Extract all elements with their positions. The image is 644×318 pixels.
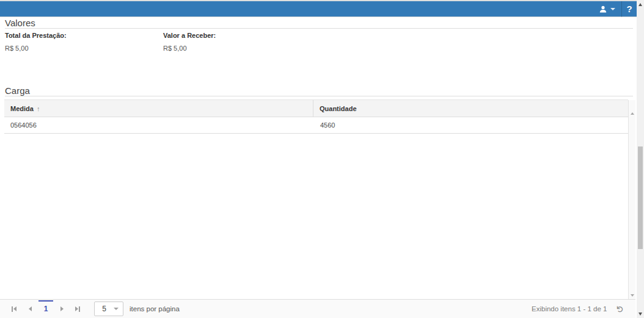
next-page-button[interactable] — [54, 300, 70, 318]
field-label-total-prestacao: Total da Prestação: — [5, 32, 67, 39]
page-size-value: 5 — [95, 305, 114, 313]
cell-quantidade: 4560 — [314, 117, 628, 133]
pager-info: Exibindo itens 1 - 1 de 1 — [532, 305, 607, 313]
scrollbar-thumb[interactable] — [638, 146, 643, 249]
last-page-button[interactable] — [70, 300, 86, 318]
first-page-icon — [12, 306, 13, 312]
current-page-indicator — [38, 300, 53, 302]
scroll-down-icon — [639, 313, 642, 316]
page-size-label: itens por página — [130, 305, 180, 313]
field-value-total-prestacao: R$ 5,00 — [5, 45, 29, 52]
page-size-select[interactable]: 5 — [94, 302, 123, 316]
column-label: Medida — [10, 105, 34, 112]
previous-page-icon — [29, 306, 32, 311]
page: ? Valores Total da Prestação: Valor a Re… — [0, 0, 644, 318]
scroll-up-icon[interactable] — [631, 112, 634, 115]
column-label: Quantidade — [320, 105, 357, 112]
field-value-valor-receber: R$ 5,00 — [163, 45, 187, 52]
help-button[interactable]: ? — [621, 1, 637, 17]
chevron-down-icon — [610, 8, 615, 10]
last-page-icon — [75, 306, 78, 311]
bar-icon — [79, 306, 80, 312]
sort-ascending-icon: ↑ — [37, 105, 40, 112]
refresh-button[interactable]: ↻ — [616, 305, 625, 313]
scroll-up-icon — [639, 3, 642, 6]
cell-medida: 0564056 — [4, 117, 314, 133]
scrollbar-down-button[interactable] — [637, 309, 644, 318]
user-menu-button[interactable] — [593, 1, 621, 17]
triangle-left-icon — [13, 306, 16, 311]
carga-section-title: Carga — [5, 85, 30, 96]
scrollbar-up-button[interactable] — [637, 0, 644, 9]
valores-section-title: Valores — [5, 18, 35, 28]
grid-header-row: Medida ↑ Quantidade — [4, 99, 628, 117]
page-scrollbar[interactable] — [637, 0, 644, 318]
pager-right: Exibindo itens 1 - 1 de 1 ↻ — [532, 305, 635, 314]
next-page-icon — [60, 306, 64, 311]
column-header-medida[interactable]: Medida ↑ — [4, 100, 313, 117]
grid-scrollbar[interactable] — [628, 100, 635, 299]
pager: 1 5 itens por página Exibindo itens 1 - … — [0, 299, 635, 318]
page-number: 1 — [44, 305, 48, 313]
field-label-valor-receber: Valor a Receber: — [163, 32, 216, 39]
user-icon — [599, 5, 607, 13]
chevron-down-icon — [114, 308, 119, 310]
help-icon: ? — [626, 4, 632, 14]
previous-page-button[interactable] — [22, 300, 38, 318]
carga-divider — [5, 96, 633, 96]
valores-divider — [5, 28, 633, 29]
table-row[interactable]: 0564056 4560 — [4, 117, 628, 134]
app-header: ? — [0, 1, 637, 17]
column-header-quantidade[interactable]: Quantidade — [313, 100, 628, 117]
scroll-down-icon[interactable] — [631, 294, 634, 297]
page-number-button[interactable]: 1 — [38, 300, 54, 318]
first-page-button[interactable] — [6, 300, 22, 318]
